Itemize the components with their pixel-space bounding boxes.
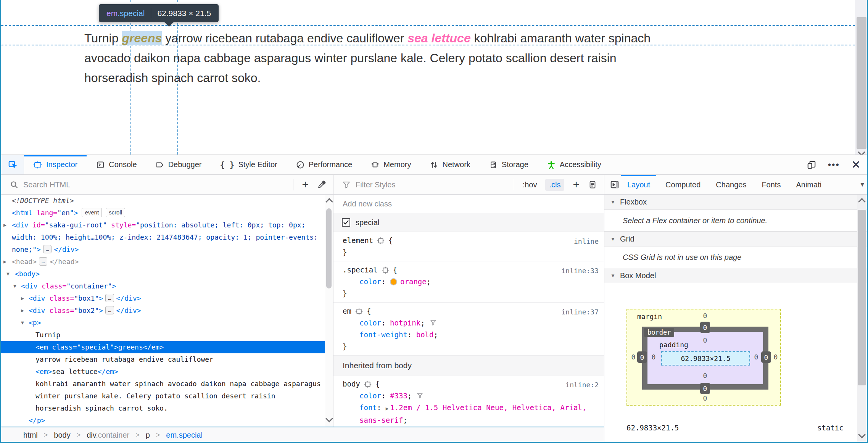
border-right-value[interactable]: 0 xyxy=(761,351,771,363)
tree-row[interactable]: </p> xyxy=(1,414,325,427)
css-declaration[interactable]: color: hotpink; xyxy=(343,317,604,329)
border-bottom-value[interactable]: 0 xyxy=(700,383,710,394)
tab-network[interactable]: Network xyxy=(420,155,479,174)
overridden-filter-icon[interactable] xyxy=(416,392,424,399)
meatball-menu-icon[interactable]: ••• xyxy=(828,159,840,170)
inline-expander[interactable]: … xyxy=(105,294,114,302)
rule-selector[interactable]: em xyxy=(343,305,351,317)
expand-arrow-icon[interactable]: ▶ xyxy=(21,304,24,317)
inline-expander[interactable]: … xyxy=(43,245,52,253)
markup-badge[interactable]: event xyxy=(82,208,102,217)
layout-scrollbar-thumb[interactable] xyxy=(858,210,866,385)
tree-row[interactable]: <!DOCTYPE html> xyxy=(1,195,325,207)
tree-row[interactable]: ▼<div class="container"> xyxy=(1,280,325,292)
padding-bottom-value[interactable]: 0 xyxy=(699,372,711,380)
inline-expander[interactable]: … xyxy=(105,306,114,314)
tab-inspector[interactable]: Inspector xyxy=(24,155,87,174)
rule-source-link[interactable]: inline xyxy=(574,235,599,247)
collapse-arrow-icon[interactable]: ▼ xyxy=(21,317,24,329)
shorthand-expander-icon[interactable]: ▶ xyxy=(386,406,389,411)
breadcrumb-item-p[interactable]: p xyxy=(146,431,150,440)
class-panel-toggle-button[interactable]: .cls xyxy=(545,179,564,191)
collapse-arrow-icon[interactable]: ▼ xyxy=(13,280,16,292)
responsive-design-icon[interactable] xyxy=(807,160,816,170)
tree-row[interactable]: ▶<head>…</head> xyxy=(1,256,325,268)
border-top-value[interactable]: 0 xyxy=(700,322,710,333)
tree-row[interactable]: ▶<div class="box2">…</div> xyxy=(1,304,325,317)
tab-storage[interactable]: Storage xyxy=(480,155,538,174)
margin-bottom-value[interactable]: 0 xyxy=(699,394,711,402)
breadcrumb-item-body[interactable]: body xyxy=(54,431,70,440)
color-swatch[interactable] xyxy=(390,278,397,285)
tree-row[interactable]: ▶<div id="saka-gui-root" style="position… xyxy=(1,219,325,256)
rule-source-link[interactable]: inline:2 xyxy=(565,379,599,391)
rule-source-link[interactable]: inline:33 xyxy=(561,265,599,277)
eyedropper-icon[interactable] xyxy=(317,180,326,189)
property-value[interactable]: 1.2em / 1.5 Helvetica Neue, Helvetica, A… xyxy=(359,403,586,424)
tree-row-selected[interactable]: <em class="special">greens</em> xyxy=(1,341,325,353)
margin-top-value[interactable]: 0 xyxy=(699,312,711,320)
tab-debugger[interactable]: Debugger xyxy=(146,155,211,174)
filter-styles-input[interactable]: Filter Styles xyxy=(356,180,395,189)
tab-memory[interactable]: Memory xyxy=(361,155,420,174)
rule-selector[interactable]: element xyxy=(343,235,373,246)
grid-section-header[interactable]: ▼ Grid xyxy=(604,231,868,246)
margin-right-value[interactable]: 0 xyxy=(770,353,781,361)
search-input[interactable]: Search HTML xyxy=(23,180,70,189)
property-value[interactable]: bold xyxy=(416,330,434,339)
tab-accessibility[interactable]: Accessibility xyxy=(538,155,610,174)
all-tabs-dropdown-icon[interactable]: ▼ xyxy=(859,181,868,188)
rule-source-link[interactable]: inline:37 xyxy=(561,306,599,318)
property-value[interactable]: #333 xyxy=(390,391,407,400)
markup-scrollbar-track[interactable] xyxy=(325,195,333,427)
expand-arrow-icon[interactable]: ▶ xyxy=(3,256,6,268)
page-scrollbar-thumb[interactable] xyxy=(857,17,866,149)
flexbox-section-header[interactable]: ▼ Flexbox xyxy=(604,195,868,210)
collapse-arrow-icon[interactable]: ▼ xyxy=(6,268,10,280)
padding-left-value[interactable]: 0 xyxy=(648,353,659,361)
property-value[interactable]: orange xyxy=(400,277,427,286)
sidebar-tab-animati[interactable]: Animati xyxy=(788,175,829,195)
tree-row[interactable]: ▼<p> xyxy=(1,317,325,329)
overridden-filter-icon[interactable] xyxy=(430,319,437,326)
tree-row[interactable]: Turnip xyxy=(1,329,325,341)
tab-style-editor[interactable]: { }Style Editor xyxy=(211,155,287,174)
expand-arrow-icon[interactable]: ▶ xyxy=(21,292,24,304)
close-icon[interactable]: ✕ xyxy=(851,158,861,171)
selector-highlighter-icon[interactable] xyxy=(377,237,385,245)
add-new-class-input[interactable]: Add new class xyxy=(343,200,392,208)
markup-scrollbar-up-arrow[interactable] xyxy=(325,198,333,206)
tab-console[interactable]: Console xyxy=(87,155,146,174)
markup-scrollbar-down-arrow[interactable] xyxy=(325,415,333,422)
tree-row[interactable]: ▶<div class="box1">…</div> xyxy=(1,292,325,304)
rule-selector[interactable]: body xyxy=(343,378,360,390)
sidebar-expand-icon[interactable] xyxy=(610,180,620,190)
property-name[interactable]: color xyxy=(359,391,381,400)
breadcrumb-item-em-special[interactable]: em.special xyxy=(166,431,203,440)
tree-row[interactable]: yarrow ricebean rutabaga endive cauliflo… xyxy=(1,353,325,366)
css-declaration[interactable]: color: orange; xyxy=(343,276,604,288)
node-picker-button[interactable] xyxy=(1,155,24,174)
breadcrumb-item-html[interactable]: html xyxy=(23,431,38,440)
tree-row[interactable]: ▼<body> xyxy=(1,268,325,280)
markup-badge[interactable]: scroll xyxy=(106,208,125,217)
property-name[interactable]: color xyxy=(359,277,381,286)
tree-row[interactable]: <em>sea lettuce</em> xyxy=(1,366,325,378)
padding-right-value[interactable]: 0 xyxy=(750,353,762,361)
tree-row[interactable]: kohlrabi amaranth water spinach avocado … xyxy=(1,378,325,414)
property-name[interactable]: font xyxy=(359,403,377,412)
selector-highlighter-icon[interactable] xyxy=(364,380,372,388)
sidebar-tab-layout[interactable]: Layout xyxy=(620,175,658,195)
sidebar-tab-changes[interactable]: Changes xyxy=(708,175,754,195)
inline-expander[interactable]: … xyxy=(39,257,47,266)
selector-highlighter-icon[interactable] xyxy=(382,266,389,274)
expand-arrow-icon[interactable]: ▶ xyxy=(3,219,6,231)
sidebar-tab-computed[interactable]: Computed xyxy=(658,175,708,195)
boxmodel-section-header[interactable]: ▼ Box Model xyxy=(604,268,868,283)
css-declaration[interactable]: color: #333; xyxy=(343,390,604,402)
property-value[interactable]: hotpink xyxy=(390,319,420,327)
tab-performance[interactable]: Performance xyxy=(287,155,362,174)
pseudo-class-hov-button[interactable]: :hov xyxy=(523,180,537,189)
padding-top-value[interactable]: 0 xyxy=(699,336,711,344)
css-declaration[interactable]: font: ▶1.2em / 1.5 Helvetica Neue, Helve… xyxy=(343,402,604,426)
